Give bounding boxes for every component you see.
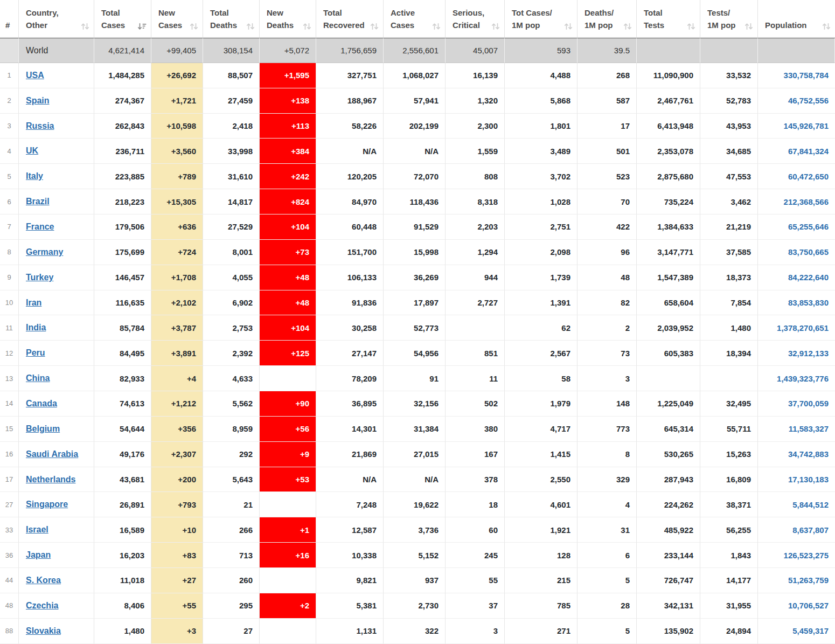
world-label: World (26, 46, 48, 55)
column-header-deaths_per_1m[interactable]: Deaths/1M pop (577, 0, 637, 38)
column-header-total_tests[interactable]: TotalTests (637, 0, 700, 38)
column-header-total_recovered[interactable]: TotalRecovered (316, 0, 384, 38)
cell-serious_critical: 8,318 (446, 189, 505, 214)
cell-active_cases: 15,998 (384, 240, 446, 265)
country-link[interactable]: India (26, 323, 46, 332)
cell-cases_per_1m: 785 (505, 593, 577, 619)
cell-serious_critical: 16,139 (446, 63, 505, 88)
cell-deaths_per_1m: 73 (577, 341, 637, 366)
country-link[interactable]: Netherlands (26, 475, 75, 484)
cell-cases_per_1m: 2,751 (505, 214, 577, 240)
cell-country: Germany (19, 240, 94, 265)
column-label: 1M pop (512, 19, 552, 31)
cell-new_deaths (260, 492, 316, 517)
column-label: Country, (26, 6, 59, 19)
country-row: 88Slovakia1,480+3271,13132232715135,9022… (0, 619, 835, 644)
cell-new_cases: +3 (151, 619, 203, 644)
cell-total_cases: 49,176 (94, 442, 151, 467)
cell-total_deaths: 5,562 (203, 391, 260, 417)
column-label: New (158, 6, 182, 19)
cell-tests_per_1m: 16,809 (700, 467, 758, 493)
cell-total_cases: 4,621,414 (94, 38, 151, 63)
cell-cases_per_1m: 4,717 (505, 417, 577, 442)
sort-both-icon (190, 23, 198, 30)
column-header-new_cases[interactable]: NewCases (151, 0, 203, 38)
country-link[interactable]: UK (26, 146, 38, 155)
sort-both-icon (822, 23, 831, 30)
country-link[interactable]: Saudi Arabia (26, 449, 78, 459)
country-link[interactable]: Slovakia (26, 626, 61, 635)
cell-new_deaths: +384 (260, 139, 316, 164)
cell-active_cases: 322 (384, 619, 446, 644)
cell-deaths_per_1m: 523 (577, 164, 637, 189)
cell-cases_per_1m: 4,601 (505, 492, 577, 517)
column-header-population[interactable]: Population (758, 0, 835, 38)
column-header-total_cases[interactable]: TotalCases (94, 0, 151, 38)
country-link[interactable]: France (26, 222, 54, 231)
cell-total_tests: 135,902 (637, 619, 700, 644)
world-row: World4,621,414+99,405308,154+5,0721,756,… (0, 38, 835, 63)
country-link[interactable]: Peru (26, 348, 45, 357)
cell-tests_per_1m: 15,263 (700, 442, 758, 467)
country-link[interactable]: Canada (26, 399, 57, 408)
column-label: New (267, 6, 294, 19)
column-header-total_deaths[interactable]: TotalDeaths (203, 0, 260, 38)
column-header-new_deaths[interactable]: NewDeaths (260, 0, 316, 38)
cell-new_cases: +3,560 (151, 139, 203, 164)
country-link[interactable]: Singapore (26, 500, 68, 509)
column-label: Recovered (323, 19, 365, 31)
cell-country: Canada (19, 391, 94, 417)
cell-tests_per_1m: 52,783 (700, 88, 758, 114)
cell-total_deaths: 260 (203, 568, 260, 593)
country-link[interactable]: Brazil (26, 197, 50, 206)
cell-population: 34,742,883 (758, 442, 835, 467)
cell-rank: 2 (0, 88, 19, 114)
cell-total_tests: 2,875,680 (637, 164, 700, 189)
cell-new_cases: +1,721 (151, 88, 203, 114)
column-header-country[interactable]: Country,Other (19, 0, 94, 38)
country-link[interactable]: Italy (26, 171, 43, 181)
country-link[interactable]: Turkey (26, 273, 53, 282)
cell-cases_per_1m: 593 (505, 38, 577, 63)
cell-tests_per_1m: 24,894 (700, 619, 758, 644)
cell-serious_critical: 1,320 (446, 88, 505, 114)
cell-total_recovered: 78,209 (316, 366, 384, 391)
country-link[interactable]: USA (26, 71, 44, 80)
cell-cases_per_1m: 271 (505, 619, 577, 644)
cell-active_cases: 91 (384, 366, 446, 391)
cell-population: 83,853,830 (758, 290, 835, 316)
cell-active_cases: 52,773 (384, 315, 446, 341)
cell-total_tests: 645,314 (637, 417, 700, 442)
country-link[interactable]: Spain (26, 96, 50, 105)
column-header-serious_critical[interactable]: Serious,Critical (446, 0, 505, 38)
cell-active_cases: 36,269 (384, 265, 446, 290)
cell-total_cases: 84,495 (94, 341, 151, 366)
country-row: 1USA1,484,285+26,69288,507+1,595327,7511… (0, 63, 835, 88)
cell-cases_per_1m: 2,550 (505, 467, 577, 493)
country-link[interactable]: Israel (26, 525, 48, 534)
cell-new_cases: +636 (151, 214, 203, 240)
cell-new_deaths: +90 (260, 391, 316, 417)
country-link[interactable]: Iran (26, 298, 41, 307)
cell-cases_per_1m: 1,391 (505, 290, 577, 316)
covid-table: #Country,OtherTotalCasesNewCasesTotalDea… (0, 0, 835, 644)
column-header-tests_per_1m[interactable]: Tests/1M pop (700, 0, 758, 38)
country-link[interactable]: Japan (26, 550, 51, 559)
header-row: #Country,OtherTotalCasesNewCasesTotalDea… (0, 0, 835, 38)
cell-total_cases: 179,506 (94, 214, 151, 240)
country-link[interactable]: S. Korea (26, 576, 61, 585)
cell-total_tests: 6,413,948 (637, 114, 700, 139)
country-link[interactable]: China (26, 373, 50, 383)
column-header-active_cases[interactable]: ActiveCases (384, 0, 446, 38)
country-link[interactable]: Belgium (26, 424, 60, 433)
cell-rank: 11 (0, 315, 19, 341)
country-link[interactable]: Czechia (26, 601, 58, 610)
cell-new_cases: +83 (151, 543, 203, 568)
cell-total_cases: 262,843 (94, 114, 151, 139)
country-link[interactable]: Russia (26, 121, 54, 130)
column-header-cases_per_1m[interactable]: Tot Cases/1M pop (505, 0, 577, 38)
cell-total_recovered: 1,756,659 (316, 38, 384, 63)
cell-total_deaths: 33,998 (203, 139, 260, 164)
country-link[interactable]: Germany (26, 247, 63, 257)
cell-population: 1,439,323,776 (758, 366, 835, 391)
